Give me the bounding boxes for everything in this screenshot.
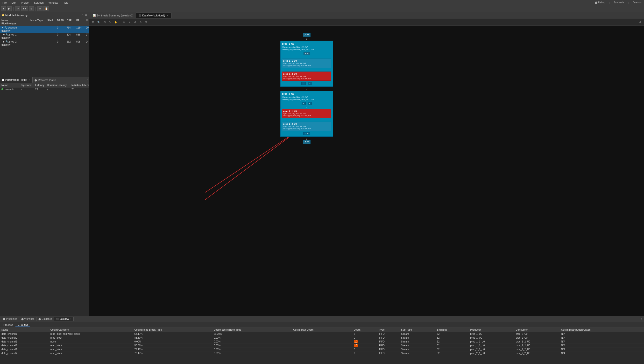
canvas-zoom-fit-btn[interactable]: ⊡: [102, 20, 107, 25]
ch-cell-graph: N/A: [560, 351, 644, 355]
perf-panel-max-btn[interactable]: □: [86, 79, 89, 82]
canvas-content[interactable]: A_V ↓ proc_1_U0 II(avg,max,min): N/A, N/…: [89, 26, 644, 364]
channel-table-row[interactable]: data_channel2 read_block 79.17% 0.00% 2 …: [89, 351, 644, 355]
ch-col-write-block: Cosim Write Block Time: [212, 328, 292, 332]
menu-solution[interactable]: Solution: [33, 1, 45, 5]
tab-performance-profile[interactable]: ⬤ Performance Profile ✕: [0, 77, 32, 83]
ch-col-subtype: Sub-Type: [400, 328, 435, 332]
panel-close-btn[interactable]: ✕: [84, 14, 88, 17]
ch-cell-depth: 2: [352, 351, 378, 355]
ch-cell-write-block: 0.00%: [212, 347, 292, 351]
synthesis-label[interactable]: Synthesis: [613, 1, 625, 4]
ch-cell-type: FIFO: [378, 347, 400, 351]
canvas-pencil-btn[interactable]: ✏: [122, 20, 126, 25]
canvas-fit-btn[interactable]: ⊞: [91, 20, 95, 25]
perf-col-iter-latency: Iteration Latency: [47, 84, 71, 87]
tree-expand-icon[interactable]: [2, 27, 4, 28]
canvas-pan-btn[interactable]: ✋: [113, 20, 118, 25]
proc2-out-port: B_V: [303, 132, 310, 135]
panel-maximize-btn[interactable]: □: [81, 14, 84, 17]
toolbar-btn-5[interactable]: ⊡: [29, 6, 34, 11]
menu-window[interactable]: Window: [48, 1, 59, 5]
tree-expand-icon[interactable]: [3, 34, 5, 35]
proc1-block[interactable]: proc_1_U0 II(avg,max,min): N/A, N/A, N/A…: [280, 41, 333, 87]
ch-col-consumer: Consumer: [514, 328, 560, 332]
ch-cell-max-depth: [292, 332, 352, 336]
proc2-1-block[interactable]: proc_2_1_U0 II(avg,max,min): N/A, N/A, N…: [282, 109, 331, 118]
toolbar-btn-7[interactable]: 📋: [44, 6, 49, 11]
ch-cell-consumer: proc_2_U0: [514, 336, 560, 340]
toolbar-btn-6[interactable]: ⚙: [38, 6, 42, 11]
canvas-select-btn[interactable]: ↖: [108, 20, 112, 25]
ch-cell-read-block: 79.17%: [133, 347, 212, 351]
menu-project[interactable]: Project: [20, 1, 30, 5]
bottom-panel-min-btn[interactable]: −: [637, 317, 640, 320]
ch-cell-read-block: 50.00%: [133, 344, 212, 347]
canvas-connect-btn[interactable]: ⊕: [133, 20, 138, 25]
top-port-label: A_V: [280, 33, 333, 37]
menu-file[interactable]: File: [2, 1, 8, 5]
cell-issue: [30, 42, 47, 42]
menu-help[interactable]: Help: [62, 1, 69, 5]
menu-edit[interactable]: Edit: [10, 1, 17, 5]
toolbar-btn-4[interactable]: ▶▶: [21, 6, 28, 11]
tab-synthesis-summary[interactable]: 📊 Synthesis Summary (solution1): [90, 13, 136, 18]
canvas-disconnect-btn[interactable]: ⊖: [138, 20, 143, 25]
ch-cell-depth: 0: [352, 347, 378, 351]
toolbar-btn-2[interactable]: ▶: [7, 6, 12, 11]
channel-table-row[interactable]: data_channel2 read_block 50.00% 0.00% 10…: [89, 344, 644, 347]
panel-minimize-btn[interactable]: −: [78, 14, 80, 17]
ch-cell-type: FIFO: [378, 351, 400, 355]
channel-table-row[interactable]: data_channel2 read_block 83.33% 0.00% 0 …: [89, 336, 644, 340]
proc1-1-block[interactable]: proc_1_1_U0 II(avg,max,min): N/A, N/A, N…: [282, 59, 331, 68]
channel-table[interactable]: Name Cosim Category Cosim Read Block Tim…: [89, 328, 644, 355]
tab-resource-profile[interactable]: ⬤ Resource Profile: [32, 77, 58, 83]
tab-close-icon[interactable]: ✕: [166, 14, 169, 17]
canvas-zoom-in-btn[interactable]: 🔍: [96, 20, 102, 25]
analysis-label[interactable]: Analysis: [632, 1, 642, 4]
tab-dataflow[interactable]: ⬛ Dataflow(solution1) ✕: [136, 13, 172, 18]
bottom-port-label: B_V: [303, 140, 310, 144]
tree-expand-icon[interactable]: [4, 41, 4, 43]
proc2-block[interactable]: proc_2_U0 II(avg,max,min): N/A, N/A, N/A…: [280, 91, 333, 137]
canvas-area: 📊 Synthesis Summary (solution1) ⬛ Datafl…: [89, 12, 644, 364]
canvas-delete-btn[interactable]: ⊟: [144, 20, 148, 25]
ch-cell-read-block: 83.33%: [133, 336, 212, 340]
channel-table-row[interactable]: data_channel1 read_block 79.17% 0.00% 0 …: [89, 347, 644, 351]
ch-cell-cosim-cat: read_block: [89, 351, 133, 355]
toolbar-btn-1[interactable]: ◀: [1, 6, 6, 11]
module-hierarchy-header: 📁 Module Hierarchy − □ ✕: [0, 12, 89, 18]
cell-slack: -: [47, 40, 56, 43]
tab-close-icon[interactable]: ✕: [28, 79, 30, 81]
cell-lut: 29: [86, 26, 89, 29]
channel-table-header-row: Name Cosim Category Cosim Read Block Tim…: [89, 328, 644, 332]
canvas-toolbar: ⊞ 🔍 ⊡ ↖ ✋ ✏ ＋ ⊕ ⊖ ⊟ ⛶ ⚙: [89, 19, 644, 26]
table-row[interactable]: 🔧 example - 0 764 1184 29 25 25 dataflow: [0, 26, 89, 33]
bottom-panel-max-btn[interactable]: □: [640, 317, 643, 320]
proc2-2-block[interactable]: proc_2_2_U0 II(avg,max,min): N/A, N/A, N…: [282, 122, 331, 131]
cell-pipeline: dataflow: [1, 29, 30, 32]
ch-cell-depth: 2: [352, 332, 378, 336]
menu-bar: File Edit Project Solution Window Help ⬤…: [0, 0, 644, 5]
status-dot: [2, 88, 4, 90]
perf-table-row[interactable]: example - 29 - 25 -: [0, 88, 89, 91]
canvas-settings-btn[interactable]: ⚙: [638, 20, 642, 25]
channel-table-row[interactable]: data_channel1 read_block and write_block…: [89, 332, 644, 336]
canvas-toolbar-sep2: [150, 20, 150, 24]
cell-name: 🔧 proc_2: [1, 40, 30, 43]
perf-panel-min-btn[interactable]: −: [83, 79, 86, 82]
toolbar-btn-3[interactable]: ⚙: [15, 6, 20, 11]
table-row[interactable]: 🔧 proc_1 - 0 304 538 27 25 25 dataflow: [0, 33, 89, 40]
table-row[interactable]: 🔧 proc_2 - 0 262 508 24 25 25 dataflow: [0, 40, 89, 47]
ch-col-depth: Depth: [352, 328, 378, 332]
proc1-2-block[interactable]: proc_1_2_U0 II(avg,max,min): N/A, N/A, N…: [282, 72, 331, 81]
ch-cell-graph: N/A: [560, 340, 644, 344]
debug-label[interactable]: ⬤ Debug: [594, 1, 606, 4]
ch-cell-type: FIFO: [378, 344, 400, 347]
cell-name: 🔧 proc_1: [1, 33, 30, 36]
canvas-add-btn[interactable]: ＋: [127, 20, 132, 25]
ch-cell-consumer: proc_2_U0: [514, 332, 560, 336]
ch-cell-bitwidth: 32: [435, 340, 469, 344]
channel-table-row[interactable]: data_channel1 none 0.00% 0.00% 10 FIFO S…: [89, 340, 644, 344]
canvas-expand-btn[interactable]: ⛶: [152, 20, 156, 25]
